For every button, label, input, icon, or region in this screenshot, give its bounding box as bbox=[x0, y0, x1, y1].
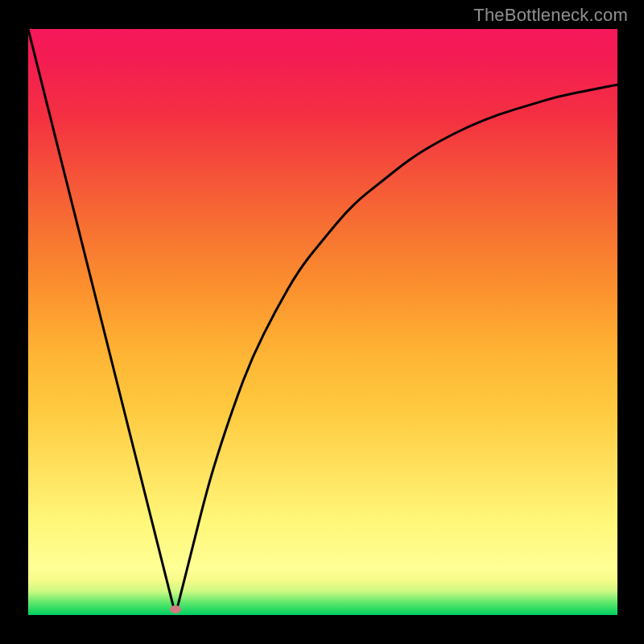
chart-container: TheBottleneck.com bbox=[0, 0, 644, 644]
bottleneck-curve bbox=[28, 29, 617, 609]
watermark-text: TheBottleneck.com bbox=[473, 5, 628, 26]
optimum-marker bbox=[170, 605, 181, 613]
curve-svg bbox=[28, 29, 617, 615]
plot-area bbox=[28, 29, 617, 615]
